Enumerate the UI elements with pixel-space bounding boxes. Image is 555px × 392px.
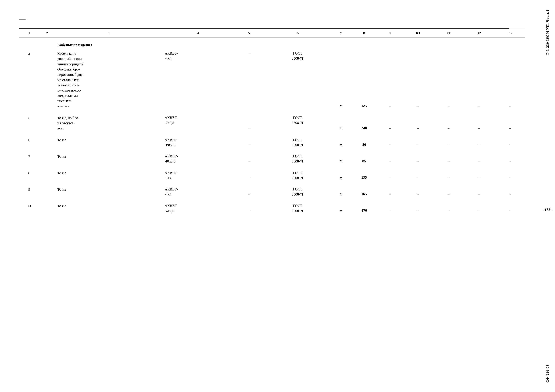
row-5-col2 xyxy=(39,110,55,133)
row-9-col5: – xyxy=(234,182,264,199)
row-5-unit: м xyxy=(331,110,351,133)
row-7-col11: – xyxy=(433,149,464,165)
row-8-description: То же xyxy=(55,166,162,182)
row-6-col12: – xyxy=(464,133,495,149)
table-row: 7 То же АКВВГ--I0х2,5 – ГОСТI508-7I м 85… xyxy=(19,149,525,165)
row-5-description: То же, но бро-ня отсутст-вует xyxy=(55,110,162,133)
section-header-spacer8 xyxy=(351,37,377,49)
section-header-spacer1 xyxy=(19,37,39,49)
header-col-10: IO xyxy=(402,29,433,37)
section-header-row: Кабельные изделия xyxy=(19,37,525,49)
row-9-spec: АКВВГ--4х4 xyxy=(162,182,234,199)
row-10-col10: – xyxy=(402,199,433,215)
row-4-qty: I25 xyxy=(351,49,377,110)
top-margin-text: Г-3-230 ЗбОМ УП. Часть I xyxy=(546,9,550,55)
row-4-unit: м xyxy=(331,49,351,110)
section-header-spacer2 xyxy=(39,37,55,49)
row-7-col9: – xyxy=(377,149,403,165)
row-8-spec: АКВВГ--7х4 xyxy=(162,166,234,182)
row-5-col9: – xyxy=(377,110,403,133)
header-col-12: I2 xyxy=(464,29,495,37)
row-4-col13: – xyxy=(495,49,525,110)
header-col-4: 4 xyxy=(162,29,234,37)
row-9-col9: – xyxy=(377,182,403,199)
section-header-spacer10 xyxy=(402,37,433,49)
row-7-col2 xyxy=(39,149,55,165)
header-col-2: 2 xyxy=(39,29,55,37)
row-8-col12: – xyxy=(464,166,495,182)
row-7-col10: – xyxy=(402,149,433,165)
row-10-spec: АКВВГ-4х2,5 xyxy=(162,199,234,215)
table-row: 6 То же АКВВГ--I9х2,5 – ГОСТI508-7I м 80… xyxy=(19,133,525,149)
header-col-13: I3 xyxy=(495,29,525,37)
row-4-col5: – xyxy=(234,49,264,110)
row-8-col13: – xyxy=(495,166,525,182)
row-6-spec: АКВВГ--I9х2,5 xyxy=(162,133,234,149)
row-7-col13: – xyxy=(495,149,525,165)
table-row: 9 То же АКВВГ--4х4 – ГОСТI508-7I м I65 –… xyxy=(19,182,525,199)
row-4-col9: – xyxy=(377,49,403,110)
row-4-description: Кабель конт-рольный в поли-винилхлоридно… xyxy=(55,49,162,110)
table-row: 5 То же, но бро-ня отсутст-вует АКВВГ--7… xyxy=(19,110,525,133)
row-7-gost: ГОСТI508-7I xyxy=(264,149,331,165)
row-9-num: 9 xyxy=(19,182,39,199)
row-6-gost: ГОСТI508-7I xyxy=(264,133,331,149)
row-10-qty: 470 xyxy=(351,199,377,215)
row-5-col10: – xyxy=(402,110,433,133)
row-9-col12: – xyxy=(464,182,495,199)
row-4-col11: – xyxy=(433,49,464,110)
row-5-spec: АКВВГ--7х2,5 xyxy=(162,110,234,133)
bottom-margin-text: СФ-240-08 xyxy=(546,365,550,383)
row-6-qty: 80 xyxy=(351,133,377,149)
row-10-col5: – xyxy=(234,199,264,215)
section-header-spacer6 xyxy=(264,37,331,49)
row-7-col12: – xyxy=(464,149,495,165)
table-header-row: I 2 3 4 5 6 7 8 9 IO II I2 I3 xyxy=(19,29,525,37)
row-6-col5: – xyxy=(234,133,264,149)
page: Г-3-230 ЗбОМ УП. Часть I - 185 - СФ-240-… xyxy=(0,0,555,392)
section-header-spacer12 xyxy=(464,37,495,49)
table-row: 8 То же АКВВГ--7х4 – ГОСТI508-7I м I35 –… xyxy=(19,166,525,182)
row-4-num: 4 xyxy=(19,49,39,110)
header-col-9: 9 xyxy=(377,29,403,37)
row-10-description: То же xyxy=(55,199,162,215)
section-header-spacer13 xyxy=(495,37,525,49)
row-9-col11: – xyxy=(433,182,464,199)
header-col-7: 7 xyxy=(331,29,351,37)
row-7-description: То же xyxy=(55,149,162,165)
row-8-col9: – xyxy=(377,166,403,182)
row-10-gost: ГОСТI508-7I xyxy=(264,199,331,215)
section-header-spacer5 xyxy=(234,37,264,49)
header-col-6: 6 xyxy=(264,29,331,37)
row-8-col2 xyxy=(39,166,55,182)
row-10-col2 xyxy=(39,199,55,215)
header-col-3: 3 xyxy=(55,29,162,37)
row-7-num: 7 xyxy=(19,149,39,165)
row-6-col11: – xyxy=(433,133,464,149)
row-9-qty: I65 xyxy=(351,182,377,199)
section-header-spacer4 xyxy=(162,37,234,49)
row-5-col13: – xyxy=(495,110,525,133)
row-4-spec: АКВВБ--4х4 xyxy=(162,49,234,110)
row-5-num: 5 xyxy=(19,110,39,133)
row-4-gost: ГОСТI508-7I xyxy=(264,49,331,110)
row-5-col11: – xyxy=(433,110,464,133)
main-table: I 2 3 4 5 6 7 8 9 IO II I2 I3 xyxy=(19,29,525,215)
row-10-col13: – xyxy=(495,199,525,215)
top-dash-marker: ——. xyxy=(19,17,29,21)
row-8-qty: I35 xyxy=(351,166,377,182)
row-5-gost: ГОСТI508-7I xyxy=(264,110,331,133)
row-8-gost: ГОСТI508-7I xyxy=(264,166,331,182)
row-9-col13: – xyxy=(495,182,525,199)
row-8-col5: – xyxy=(234,166,264,182)
row-9-gost: ГОСТI508-7I xyxy=(264,182,331,199)
table-row: 4 Кабель конт-рольный в поли-винилхлорид… xyxy=(19,49,525,110)
row-5-col12: – xyxy=(464,110,495,133)
row-7-unit: м xyxy=(331,149,351,165)
row-10-col12: – xyxy=(464,199,495,215)
row-6-col13: – xyxy=(495,133,525,149)
row-6-description: То же xyxy=(55,133,162,149)
row-4-col12: – xyxy=(464,49,495,110)
row-8-num: 8 xyxy=(19,166,39,182)
row-5-col5: – xyxy=(234,110,264,133)
